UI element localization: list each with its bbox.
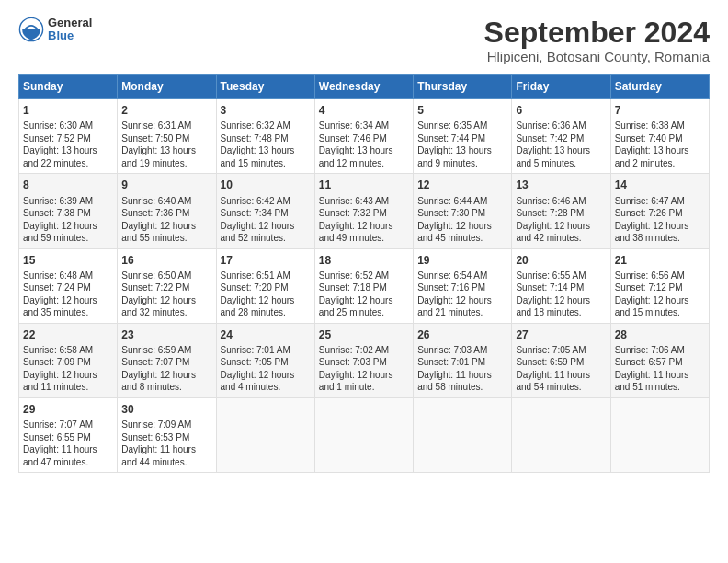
- daylight-text: Daylight: 12 hours and 4 minutes.: [221, 370, 295, 393]
- table-row: 22 Sunrise: 6:58 AM Sunset: 7:09 PM Dayl…: [19, 323, 118, 397]
- daylight-text: Daylight: 12 hours and 21 minutes.: [417, 295, 492, 318]
- table-row: [512, 397, 610, 472]
- day-number: 25: [319, 327, 409, 342]
- day-number: 27: [516, 327, 606, 342]
- daylight-text: Daylight: 11 hours and 54 minutes.: [516, 370, 590, 393]
- sunrise-text: Sunrise: 6:38 AM: [615, 121, 685, 131]
- table-row: 6 Sunrise: 6:36 AM Sunset: 7:42 PM Dayli…: [512, 99, 610, 174]
- table-row: [314, 397, 413, 472]
- day-number: 12: [417, 178, 507, 192]
- sunrise-text: Sunrise: 6:52 AM: [319, 270, 389, 281]
- day-number: 5: [417, 103, 507, 118]
- sunrise-text: Sunrise: 6:51 AM: [221, 270, 290, 281]
- table-row: [216, 397, 314, 472]
- table-row: 21 Sunrise: 6:56 AM Sunset: 7:12 PM Dayl…: [610, 248, 709, 323]
- sunrise-text: Sunrise: 7:06 AM: [615, 345, 685, 355]
- day-number: 16: [121, 253, 211, 268]
- daylight-text: Daylight: 12 hours and 15 minutes.: [615, 295, 689, 318]
- sunrise-text: Sunrise: 6:54 AM: [417, 270, 487, 281]
- daylight-text: Daylight: 12 hours and 18 minutes.: [516, 295, 590, 318]
- day-number: 26: [417, 327, 507, 342]
- sunrise-text: Sunrise: 7:03 AM: [417, 345, 487, 355]
- sunset-text: Sunset: 7:40 PM: [615, 133, 683, 144]
- table-row: 23 Sunrise: 6:59 AM Sunset: 7:07 PM Dayl…: [118, 323, 216, 397]
- day-number: 28: [615, 327, 705, 342]
- title-block: September 2024 Hlipiceni, Botosani Count…: [484, 17, 710, 64]
- calendar-week-row: 8 Sunrise: 6:39 AM Sunset: 7:38 PM Dayli…: [19, 174, 710, 248]
- sunrise-text: Sunrise: 6:47 AM: [615, 196, 685, 206]
- sunset-text: Sunset: 7:32 PM: [319, 208, 387, 218]
- page-container: General Blue September 2024 Hlipiceni, B…: [0, 0, 728, 482]
- daylight-text: Daylight: 13 hours and 9 minutes.: [417, 145, 492, 168]
- daylight-text: Daylight: 11 hours and 51 minutes.: [615, 370, 689, 393]
- sunset-text: Sunset: 7:50 PM: [121, 133, 189, 144]
- sunrise-text: Sunrise: 6:58 AM: [23, 345, 93, 355]
- sunset-text: Sunset: 6:55 PM: [23, 432, 91, 442]
- calendar-header-row: Sunday Monday Tuesday Wednesday Thursday…: [19, 75, 710, 99]
- table-row: 28 Sunrise: 7:06 AM Sunset: 6:57 PM Dayl…: [610, 323, 709, 397]
- daylight-text: Daylight: 12 hours and 59 minutes.: [23, 221, 97, 244]
- daylight-text: Daylight: 13 hours and 5 minutes.: [516, 145, 590, 168]
- sunset-text: Sunset: 7:34 PM: [221, 208, 289, 218]
- day-number: 7: [615, 103, 705, 118]
- sunset-text: Sunset: 7:16 PM: [417, 282, 485, 293]
- sunset-text: Sunset: 7:18 PM: [319, 282, 387, 293]
- table-row: 26 Sunrise: 7:03 AM Sunset: 7:01 PM Dayl…: [414, 323, 512, 397]
- table-row: 8 Sunrise: 6:39 AM Sunset: 7:38 PM Dayli…: [19, 174, 118, 248]
- page-title: September 2024: [484, 17, 710, 49]
- sunset-text: Sunset: 7:48 PM: [221, 133, 289, 144]
- sunrise-text: Sunrise: 6:32 AM: [221, 121, 290, 131]
- table-row: 29 Sunrise: 7:07 AM Sunset: 6:55 PM Dayl…: [19, 397, 118, 472]
- table-row: 13 Sunrise: 6:46 AM Sunset: 7:28 PM Dayl…: [512, 174, 610, 248]
- sunrise-text: Sunrise: 6:35 AM: [417, 121, 487, 131]
- sunrise-text: Sunrise: 6:50 AM: [121, 270, 191, 281]
- sunrise-text: Sunrise: 7:07 AM: [23, 419, 93, 430]
- day-number: 13: [516, 178, 606, 192]
- sunset-text: Sunset: 7:07 PM: [121, 357, 189, 367]
- table-row: 7 Sunrise: 6:38 AM Sunset: 7:40 PM Dayli…: [610, 99, 709, 174]
- sunset-text: Sunset: 7:01 PM: [417, 357, 485, 367]
- daylight-text: Daylight: 12 hours and 11 minutes.: [23, 370, 97, 393]
- daylight-text: Daylight: 11 hours and 58 minutes.: [417, 370, 492, 393]
- sunrise-text: Sunrise: 6:43 AM: [319, 196, 389, 206]
- table-row: 27 Sunrise: 7:05 AM Sunset: 6:59 PM Dayl…: [512, 323, 610, 397]
- daylight-text: Daylight: 12 hours and 1 minute.: [319, 370, 393, 393]
- calendar-week-row: 15 Sunrise: 6:48 AM Sunset: 7:24 PM Dayl…: [19, 248, 710, 323]
- day-number: 14: [615, 178, 705, 192]
- sunset-text: Sunset: 7:03 PM: [319, 357, 387, 367]
- daylight-text: Daylight: 12 hours and 35 minutes.: [23, 295, 97, 318]
- day-number: 17: [221, 253, 311, 268]
- header-monday: Monday: [118, 75, 216, 99]
- calendar-week-row: 22 Sunrise: 6:58 AM Sunset: 7:09 PM Dayl…: [19, 323, 710, 397]
- sunset-text: Sunset: 7:42 PM: [516, 133, 584, 144]
- header-wednesday: Wednesday: [314, 75, 413, 99]
- table-row: 24 Sunrise: 7:01 AM Sunset: 7:05 PM Dayl…: [216, 323, 314, 397]
- logo: General Blue: [18, 17, 92, 43]
- day-number: 18: [319, 253, 409, 268]
- logo-text: General Blue: [48, 17, 92, 43]
- sunset-text: Sunset: 7:12 PM: [615, 282, 683, 293]
- day-number: 22: [23, 327, 113, 342]
- day-number: 11: [319, 178, 409, 192]
- sunrise-text: Sunrise: 6:46 AM: [516, 196, 586, 206]
- table-row: 14 Sunrise: 6:47 AM Sunset: 7:26 PM Dayl…: [610, 174, 709, 248]
- table-row: 4 Sunrise: 6:34 AM Sunset: 7:46 PM Dayli…: [314, 99, 413, 174]
- sunrise-text: Sunrise: 6:39 AM: [23, 196, 93, 206]
- day-number: 24: [221, 327, 311, 342]
- sunrise-text: Sunrise: 7:02 AM: [319, 345, 389, 355]
- sunrise-text: Sunrise: 6:36 AM: [516, 121, 586, 131]
- sunset-text: Sunset: 7:52 PM: [23, 133, 91, 144]
- day-number: 23: [121, 327, 211, 342]
- day-number: 3: [221, 103, 311, 118]
- daylight-text: Daylight: 13 hours and 19 minutes.: [121, 145, 196, 168]
- daylight-text: Daylight: 12 hours and 38 minutes.: [615, 221, 689, 244]
- daylight-text: Daylight: 12 hours and 25 minutes.: [319, 295, 393, 318]
- sunset-text: Sunset: 7:26 PM: [615, 208, 683, 218]
- sunrise-text: Sunrise: 6:40 AM: [121, 196, 191, 206]
- sunrise-text: Sunrise: 7:09 AM: [121, 419, 191, 430]
- table-row: [414, 397, 512, 472]
- header-friday: Friday: [512, 75, 610, 99]
- header-tuesday: Tuesday: [216, 75, 314, 99]
- sunrise-text: Sunrise: 6:55 AM: [516, 270, 586, 281]
- sunset-text: Sunset: 7:09 PM: [23, 357, 91, 367]
